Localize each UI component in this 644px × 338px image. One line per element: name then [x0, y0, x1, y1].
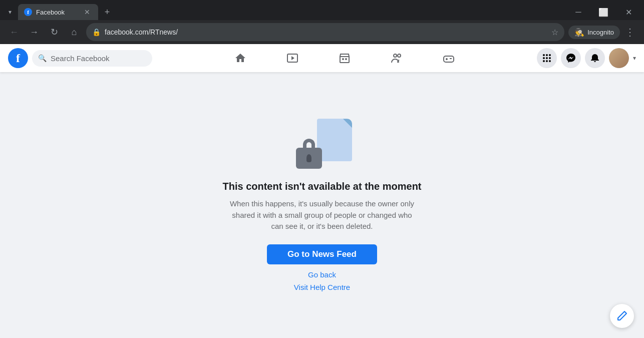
document-icon	[317, 119, 352, 161]
facebook-navbar: f 🔍 Search Facebook	[0, 44, 644, 72]
forward-button[interactable]: →	[26, 24, 42, 40]
back-button[interactable]: ←	[6, 24, 22, 40]
svg-point-10	[543, 57, 545, 59]
marketplace-nav-button[interactable]	[318, 44, 371, 72]
error-page-content: This content isn't available at the mome…	[0, 72, 644, 338]
tab-bar-left: ▾ f Facebook ✕ +	[4, 4, 114, 20]
gaming-nav-button[interactable]	[423, 44, 475, 72]
home-button[interactable]: ⌂	[66, 24, 82, 40]
profile-dropdown-button[interactable]: ▾	[633, 55, 636, 62]
fb-nav-right: ▾	[537, 48, 636, 68]
watch-nav-button[interactable]	[266, 44, 318, 72]
tab-favicon: f	[24, 8, 32, 16]
incognito-label: Incognito	[587, 29, 614, 36]
svg-point-11	[546, 57, 548, 59]
go-back-link[interactable]: Go back	[308, 270, 336, 279]
svg-point-15	[549, 60, 551, 62]
svg-point-13	[543, 60, 545, 62]
reload-button[interactable]: ↻	[46, 24, 62, 40]
apps-menu-button[interactable]	[537, 48, 557, 68]
browser-menu-button[interactable]: ⋮	[622, 24, 638, 40]
fb-logo-area: f 🔍 Search Facebook	[8, 48, 152, 68]
messenger-button[interactable]	[561, 48, 581, 68]
home-nav-button[interactable]	[214, 44, 266, 72]
avatar-image	[609, 48, 629, 68]
fb-logo-letter: f	[16, 52, 20, 65]
lock-keyhole-icon	[306, 154, 311, 162]
address-bar-right: 🕵 Incognito ⋮	[568, 24, 638, 40]
url-bar[interactable]: 🔒 facebook.com/RTnews/ ☆	[86, 23, 564, 41]
minimize-button[interactable]: ─	[567, 4, 590, 20]
facebook-logo[interactable]: f	[8, 48, 28, 68]
svg-point-5	[398, 54, 401, 57]
tab-close-button[interactable]: ✕	[82, 7, 92, 17]
friends-nav-button[interactable]	[371, 44, 423, 72]
compose-button[interactable]	[610, 304, 634, 328]
bookmark-star-button[interactable]: ☆	[551, 28, 558, 37]
error-title: This content isn't available at the mome…	[222, 181, 421, 192]
maximize-button[interactable]: ⬜	[592, 4, 615, 20]
active-tab[interactable]: f Facebook ✕	[18, 4, 98, 20]
address-bar: ← → ↻ ⌂ 🔒 facebook.com/RTnews/ ☆ 🕵 Incog…	[0, 20, 644, 44]
tab-title: Facebook	[36, 9, 78, 16]
notifications-button[interactable]	[585, 48, 605, 68]
fb-nav-center	[152, 44, 537, 72]
tab-list-button[interactable]: ▾	[4, 6, 16, 18]
svg-point-14	[546, 60, 548, 62]
lock-body-icon	[296, 148, 322, 169]
search-icon: 🔍	[38, 54, 47, 62]
incognito-icon: 🕵	[574, 28, 584, 37]
error-illustration	[292, 119, 352, 169]
user-avatar[interactable]	[609, 48, 629, 68]
svg-point-8	[546, 54, 548, 56]
svg-rect-6	[444, 56, 454, 62]
window-controls: ─ ⬜ ✕	[567, 4, 640, 20]
svg-marker-1	[291, 56, 294, 60]
svg-point-4	[394, 54, 397, 57]
svg-point-3	[345, 58, 347, 60]
search-bar[interactable]: 🔍 Search Facebook	[32, 50, 152, 67]
search-placeholder: Search Facebook	[51, 54, 110, 63]
tab-bar: ▾ f Facebook ✕ + ─ ⬜ ✕	[0, 0, 644, 20]
svg-point-9	[549, 54, 551, 56]
lock-icon: 🔒	[92, 28, 101, 36]
incognito-badge[interactable]: 🕵 Incognito	[568, 26, 620, 39]
svg-point-7	[543, 54, 545, 56]
browser-window: ▾ f Facebook ✕ + ─ ⬜ ✕ ← → ↻ ⌂ 🔒 faceboo…	[0, 0, 644, 338]
new-tab-button[interactable]: +	[100, 5, 114, 19]
go-to-news-feed-button[interactable]: Go to News Feed	[267, 244, 377, 264]
visit-help-centre-link[interactable]: Visit Help Centre	[294, 283, 350, 291]
error-description: When this happens, it's usually because …	[227, 198, 417, 232]
svg-point-2	[342, 58, 344, 60]
close-window-button[interactable]: ✕	[617, 4, 640, 20]
url-text: facebook.com/RTnews/	[105, 28, 547, 36]
svg-point-12	[549, 57, 551, 59]
